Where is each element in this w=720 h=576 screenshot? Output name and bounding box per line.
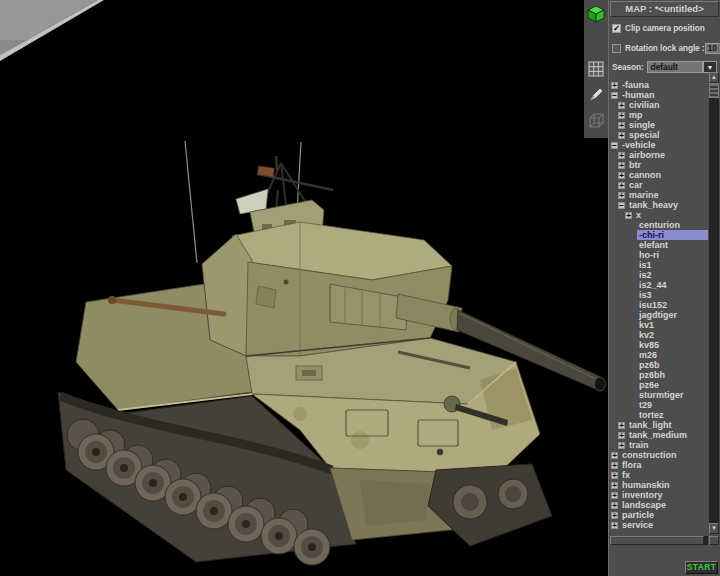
expand-icon[interactable]: + [618, 132, 625, 139]
tree-item-is1[interactable]: is1 [609, 260, 708, 270]
tree-item-tank_heavy[interactable]: −tank_heavy [609, 200, 708, 210]
tree-item-single[interactable]: +single [609, 120, 708, 130]
expand-icon[interactable]: + [611, 512, 618, 519]
tree-item-pz6e[interactable]: pz6e [609, 380, 708, 390]
tree-item-btr[interactable]: +btr [609, 160, 708, 170]
tree-item-human[interactable]: −-human [609, 90, 708, 100]
wireframe-tool-button[interactable] [586, 110, 606, 132]
tree-item-tank_medium[interactable]: +tank_medium [609, 430, 708, 440]
rotation-angle-input[interactable] [705, 43, 720, 54]
expand-icon[interactable]: + [618, 172, 625, 179]
rotation-lock-checkbox[interactable] [612, 44, 621, 53]
3d-viewport[interactable] [0, 0, 608, 576]
tree-item-label: centurion [637, 220, 682, 230]
expand-icon[interactable]: + [618, 432, 625, 439]
tree-item-kv85[interactable]: kv85 [609, 340, 708, 350]
tree-item-construction[interactable]: +construction [609, 450, 708, 460]
clip-camera-checkbox[interactable]: ✓ [612, 24, 621, 33]
tree-item-label: fx [620, 470, 632, 480]
clip-camera-label: Clip camera position [625, 23, 705, 33]
tree-item-civilian[interactable]: +civilian [609, 100, 708, 110]
tree-item-special[interactable]: +special [609, 130, 708, 140]
tree-item-pz6b[interactable]: pz6b [609, 360, 708, 370]
tree-item-particle[interactable]: +particle [609, 510, 708, 520]
expand-icon[interactable]: + [611, 452, 618, 459]
start-button[interactable]: START [685, 561, 718, 574]
expand-icon[interactable]: + [618, 122, 625, 129]
tree-item-ho-ri[interactable]: ho-ri [609, 250, 708, 260]
expand-icon[interactable]: + [618, 162, 625, 169]
tree-item-label: jagdtiger [637, 310, 679, 320]
expand-icon[interactable]: + [618, 422, 625, 429]
tree-item-sturmtiger[interactable]: sturmtiger [609, 390, 708, 400]
tree-item-marine[interactable]: +marine [609, 190, 708, 200]
grid-icon [588, 61, 604, 77]
tree-item-flora[interactable]: +flora [609, 460, 708, 470]
collapse-icon[interactable]: − [611, 92, 618, 99]
tree-item-label: landscape [620, 500, 668, 510]
tiles-tool-button[interactable] [586, 58, 606, 80]
expand-icon[interactable]: + [611, 502, 618, 509]
tree-vertical-scrollbar[interactable]: ▲ ▼ [709, 72, 719, 534]
expand-icon[interactable]: + [611, 482, 618, 489]
tree-item-is3[interactable]: is3 [609, 290, 708, 300]
expand-icon[interactable]: + [611, 522, 618, 529]
tree-item-airborne[interactable]: +airborne [609, 150, 708, 160]
tree-item-label: -human [620, 90, 657, 100]
object-tree: +-fauna−-human+civilian+mp+single+specia… [609, 80, 708, 532]
expand-icon[interactable]: + [611, 472, 618, 479]
expand-icon[interactable]: + [611, 462, 618, 469]
expand-icon[interactable]: + [625, 212, 632, 219]
tree-item-is2_44[interactable]: is2_44 [609, 280, 708, 290]
tree-item-tortez[interactable]: tortez [609, 410, 708, 420]
scroll-up-icon[interactable]: ▲ [709, 72, 719, 83]
tree-item-kv2[interactable]: kv2 [609, 330, 708, 340]
tree-item-landscape[interactable]: +landscape [609, 500, 708, 510]
tree-item-label: kv85 [637, 340, 661, 350]
expand-icon[interactable]: + [618, 182, 625, 189]
tree-item-isu152[interactable]: isu152 [609, 300, 708, 310]
tree-item-fauna[interactable]: +-fauna [609, 80, 708, 90]
draw-tool-button[interactable] [586, 84, 606, 106]
rotation-lock-label: Rotation lock angle : [625, 43, 705, 53]
tree-item-train[interactable]: +train [609, 440, 708, 450]
tree-horizontal-scrollbar[interactable] [610, 536, 708, 545]
tree-item-centurion[interactable]: centurion [609, 220, 708, 230]
tree-item-label: is3 [637, 290, 654, 300]
expand-icon[interactable]: + [611, 492, 618, 499]
tree-item-service[interactable]: +service [609, 520, 708, 530]
expand-icon[interactable]: + [618, 192, 625, 199]
collapse-icon[interactable]: − [618, 202, 625, 209]
tree-item-is2[interactable]: is2 [609, 270, 708, 280]
tree-item-vehicle[interactable]: −-vehicle [609, 140, 708, 150]
tree-item-car[interactable]: +car [609, 180, 708, 190]
tank-model [0, 0, 608, 576]
tree-item-x[interactable]: +x [609, 210, 708, 220]
tree-item-humanskin[interactable]: +humanskin [609, 480, 708, 490]
expand-icon[interactable]: + [618, 442, 625, 449]
tree-item-inventory[interactable]: +inventory [609, 490, 708, 500]
tree-item-label: cannon [627, 170, 663, 180]
entities-tool-button[interactable] [586, 3, 606, 25]
expand-icon[interactable]: + [618, 102, 625, 109]
season-row: Season: default ▼ [612, 61, 717, 73]
tree-item-kv1[interactable]: kv1 [609, 320, 708, 330]
tree-item-m26[interactable]: m26 [609, 350, 708, 360]
expand-icon[interactable]: + [618, 152, 625, 159]
tree-item-fx[interactable]: +fx [609, 470, 708, 480]
scroll-down-icon[interactable]: ▼ [709, 523, 719, 534]
tree-item-pz6bh[interactable]: pz6bh [609, 370, 708, 380]
tree-item-jagdtiger[interactable]: jagdtiger [609, 310, 708, 320]
tree-item-cannon[interactable]: +cannon [609, 170, 708, 180]
expand-icon[interactable]: + [618, 112, 625, 119]
tree-item-tank_light[interactable]: +tank_light [609, 420, 708, 430]
tree-item-t29[interactable]: t29 [609, 400, 708, 410]
collapse-icon[interactable]: − [611, 142, 618, 149]
horizontal-scroll-thumb[interactable] [610, 536, 704, 545]
tree-item-chi-ri[interactable]: -chi-ri [609, 230, 708, 240]
season-select[interactable]: default [647, 61, 703, 73]
tree-item-mp[interactable]: +mp [609, 110, 708, 120]
tree-item-elefant[interactable]: elefant [609, 240, 708, 250]
vertical-scroll-thumb[interactable] [709, 83, 719, 98]
expand-icon[interactable]: + [611, 82, 618, 89]
